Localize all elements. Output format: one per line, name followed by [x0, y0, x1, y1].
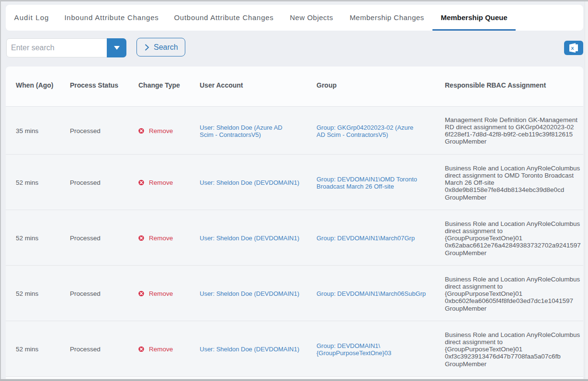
svg-text:X: X: [571, 46, 574, 51]
